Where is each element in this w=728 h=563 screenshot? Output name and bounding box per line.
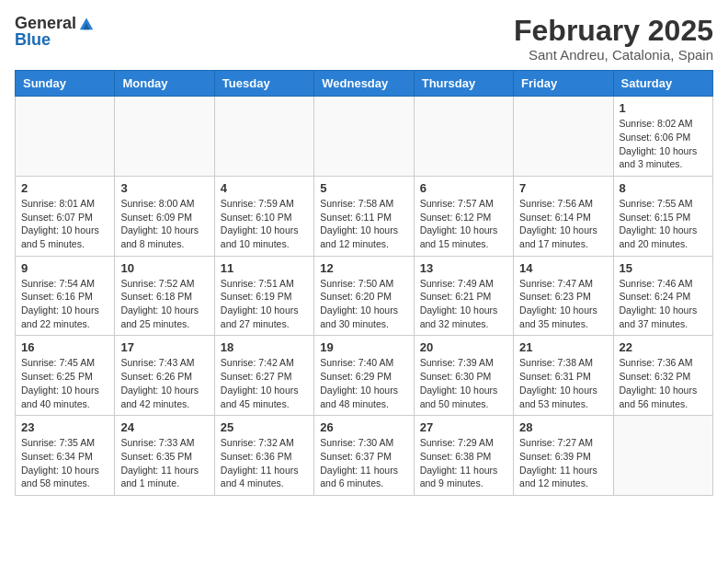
calendar-cell: 27Sunrise: 7:29 AM Sunset: 6:38 PM Dayli… <box>414 416 513 496</box>
logo-blue: Blue <box>15 31 95 48</box>
day-info: Sunrise: 7:57 AM Sunset: 6:12 PM Dayligh… <box>420 197 507 251</box>
day-number: 13 <box>420 261 507 275</box>
day-number: 9 <box>21 261 108 275</box>
day-number: 22 <box>620 340 707 354</box>
weekday-header-sunday: Sunday <box>16 71 115 97</box>
day-info: Sunrise: 7:36 AM Sunset: 6:32 PM Dayligh… <box>620 356 707 410</box>
day-number: 5 <box>320 181 407 195</box>
calendar-cell: 24Sunrise: 7:33 AM Sunset: 6:35 PM Dayli… <box>115 416 214 496</box>
calendar-cell: 15Sunrise: 7:46 AM Sunset: 6:24 PM Dayli… <box>613 256 712 336</box>
calendar-cell: 21Sunrise: 7:38 AM Sunset: 6:31 PM Dayli… <box>514 336 613 416</box>
calendar-location: Sant Andreu, Catalonia, Spain <box>514 47 713 63</box>
calendar-cell: 6Sunrise: 7:57 AM Sunset: 6:12 PM Daylig… <box>414 176 513 256</box>
calendar-cell: 13Sunrise: 7:49 AM Sunset: 6:21 PM Dayli… <box>414 256 513 336</box>
logo: General Blue <box>15 15 95 48</box>
calendar-cell: 17Sunrise: 7:43 AM Sunset: 6:26 PM Dayli… <box>115 336 214 416</box>
weekday-header-monday: Monday <box>115 71 214 97</box>
calendar-cell: 20Sunrise: 7:39 AM Sunset: 6:30 PM Dayli… <box>414 336 513 416</box>
calendar-table: SundayMondayTuesdayWednesdayThursdayFrid… <box>15 70 713 496</box>
weekday-header-friday: Friday <box>514 71 613 97</box>
calendar-cell: 19Sunrise: 7:40 AM Sunset: 6:29 PM Dayli… <box>314 336 414 416</box>
calendar-title: February 2025 <box>514 15 713 47</box>
day-info: Sunrise: 8:01 AM Sunset: 6:07 PM Dayligh… <box>21 197 108 251</box>
calendar-cell: 11Sunrise: 7:51 AM Sunset: 6:19 PM Dayli… <box>214 256 313 336</box>
calendar-cell <box>214 97 313 177</box>
calendar-cell: 9Sunrise: 7:54 AM Sunset: 6:16 PM Daylig… <box>16 256 115 336</box>
day-info: Sunrise: 8:00 AM Sunset: 6:09 PM Dayligh… <box>120 197 208 251</box>
calendar-cell: 5Sunrise: 7:58 AM Sunset: 6:11 PM Daylig… <box>314 176 414 256</box>
day-number: 19 <box>320 340 407 354</box>
day-number: 17 <box>120 340 208 354</box>
day-info: Sunrise: 7:30 AM Sunset: 6:37 PM Dayligh… <box>320 436 407 490</box>
calendar-cell: 2Sunrise: 8:01 AM Sunset: 6:07 PM Daylig… <box>16 176 115 256</box>
logo-icon <box>78 15 95 31</box>
weekday-header-wednesday: Wednesday <box>314 71 414 97</box>
weekday-header-tuesday: Tuesday <box>214 71 313 97</box>
calendar-cell: 10Sunrise: 7:52 AM Sunset: 6:18 PM Dayli… <box>115 256 214 336</box>
day-number: 28 <box>519 420 607 434</box>
week-row-5: 23Sunrise: 7:35 AM Sunset: 6:34 PM Dayli… <box>16 416 713 496</box>
page-header: General Blue February 2025 Sant Andreu, … <box>15 15 713 63</box>
day-number: 21 <box>519 340 607 354</box>
logo-general: General <box>15 15 76 31</box>
calendar-cell: 1Sunrise: 8:02 AM Sunset: 6:06 PM Daylig… <box>613 97 712 177</box>
calendar-cell: 28Sunrise: 7:27 AM Sunset: 6:39 PM Dayli… <box>514 416 613 496</box>
weekday-header-thursday: Thursday <box>414 71 513 97</box>
day-info: Sunrise: 7:55 AM Sunset: 6:15 PM Dayligh… <box>620 197 707 251</box>
week-row-2: 2Sunrise: 8:01 AM Sunset: 6:07 PM Daylig… <box>16 176 713 256</box>
day-number: 8 <box>620 181 707 195</box>
week-row-1: 1Sunrise: 8:02 AM Sunset: 6:06 PM Daylig… <box>16 97 713 177</box>
day-info: Sunrise: 7:35 AM Sunset: 6:34 PM Dayligh… <box>21 436 108 490</box>
day-info: Sunrise: 7:51 AM Sunset: 6:19 PM Dayligh… <box>221 277 308 331</box>
day-info: Sunrise: 7:47 AM Sunset: 6:23 PM Dayligh… <box>519 277 607 331</box>
calendar-cell: 26Sunrise: 7:30 AM Sunset: 6:37 PM Dayli… <box>314 416 414 496</box>
calendar-cell: 8Sunrise: 7:55 AM Sunset: 6:15 PM Daylig… <box>613 176 712 256</box>
day-info: Sunrise: 7:38 AM Sunset: 6:31 PM Dayligh… <box>519 356 607 410</box>
calendar-cell <box>414 97 513 177</box>
day-info: Sunrise: 8:02 AM Sunset: 6:06 PM Dayligh… <box>620 117 707 171</box>
day-number: 2 <box>21 181 108 195</box>
day-number: 7 <box>519 181 607 195</box>
title-area: February 2025 Sant Andreu, Catalonia, Sp… <box>514 15 713 63</box>
day-info: Sunrise: 7:59 AM Sunset: 6:10 PM Dayligh… <box>221 197 308 251</box>
day-number: 11 <box>221 261 308 275</box>
day-info: Sunrise: 7:56 AM Sunset: 6:14 PM Dayligh… <box>519 197 607 251</box>
calendar-cell <box>115 97 214 177</box>
calendar-cell: 4Sunrise: 7:59 AM Sunset: 6:10 PM Daylig… <box>214 176 313 256</box>
week-row-3: 9Sunrise: 7:54 AM Sunset: 6:16 PM Daylig… <box>16 256 713 336</box>
day-info: Sunrise: 7:54 AM Sunset: 6:16 PM Dayligh… <box>21 277 108 331</box>
calendar-cell: 18Sunrise: 7:42 AM Sunset: 6:27 PM Dayli… <box>214 336 313 416</box>
day-info: Sunrise: 7:50 AM Sunset: 6:20 PM Dayligh… <box>320 277 407 331</box>
calendar-cell: 7Sunrise: 7:56 AM Sunset: 6:14 PM Daylig… <box>514 176 613 256</box>
calendar-cell: 12Sunrise: 7:50 AM Sunset: 6:20 PM Dayli… <box>314 256 414 336</box>
day-number: 6 <box>420 181 507 195</box>
day-number: 23 <box>21 420 108 434</box>
calendar-cell: 25Sunrise: 7:32 AM Sunset: 6:36 PM Dayli… <box>214 416 313 496</box>
day-info: Sunrise: 7:27 AM Sunset: 6:39 PM Dayligh… <box>519 436 607 490</box>
day-number: 16 <box>21 340 108 354</box>
day-number: 4 <box>221 181 308 195</box>
day-info: Sunrise: 7:43 AM Sunset: 6:26 PM Dayligh… <box>120 356 208 410</box>
calendar-cell <box>314 97 414 177</box>
day-number: 10 <box>120 261 208 275</box>
day-info: Sunrise: 7:33 AM Sunset: 6:35 PM Dayligh… <box>120 436 208 490</box>
day-number: 26 <box>320 420 407 434</box>
day-number: 1 <box>620 101 707 115</box>
day-number: 20 <box>420 340 507 354</box>
calendar-cell: 23Sunrise: 7:35 AM Sunset: 6:34 PM Dayli… <box>16 416 115 496</box>
calendar-cell <box>514 97 613 177</box>
week-row-4: 16Sunrise: 7:45 AM Sunset: 6:25 PM Dayli… <box>16 336 713 416</box>
calendar-cell: 16Sunrise: 7:45 AM Sunset: 6:25 PM Dayli… <box>16 336 115 416</box>
calendar-cell: 3Sunrise: 8:00 AM Sunset: 6:09 PM Daylig… <box>115 176 214 256</box>
day-number: 12 <box>320 261 407 275</box>
day-info: Sunrise: 7:39 AM Sunset: 6:30 PM Dayligh… <box>420 356 507 410</box>
day-info: Sunrise: 7:58 AM Sunset: 6:11 PM Dayligh… <box>320 197 407 251</box>
day-number: 18 <box>221 340 308 354</box>
day-info: Sunrise: 7:32 AM Sunset: 6:36 PM Dayligh… <box>221 436 308 490</box>
day-info: Sunrise: 7:52 AM Sunset: 6:18 PM Dayligh… <box>120 277 208 331</box>
day-number: 15 <box>620 261 707 275</box>
calendar-cell <box>613 416 712 496</box>
day-number: 24 <box>120 420 208 434</box>
calendar-cell: 22Sunrise: 7:36 AM Sunset: 6:32 PM Dayli… <box>613 336 712 416</box>
weekday-header-row: SundayMondayTuesdayWednesdayThursdayFrid… <box>16 71 713 97</box>
